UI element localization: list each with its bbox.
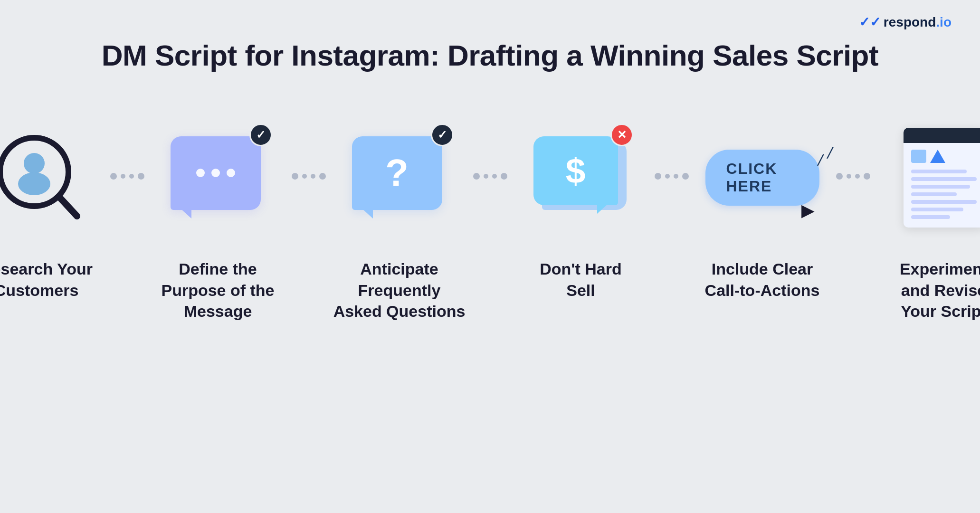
step-no-hard-sell-label: Don't HardSell <box>540 258 621 300</box>
step-research: Research YourCustomers <box>0 121 110 300</box>
magnify-icon <box>0 129 84 226</box>
step-experiment-icon-area: ✓ <box>887 121 980 235</box>
chat-dots-icon <box>171 136 266 219</box>
click-here-icon: CLICK HERE ╱ ╱ ▶ <box>705 130 819 225</box>
step-cta-label: Include ClearCall-to-Actions <box>705 258 820 300</box>
x-badge: ✕ <box>610 124 633 146</box>
logo-check-icon: ✓✓ <box>859 14 881 30</box>
click-here-button-display: CLICK HERE ╱ ╱ <box>705 150 819 206</box>
logo: ✓✓ respond.io <box>859 14 951 30</box>
connector-1 <box>110 121 144 208</box>
connector-5 <box>836 121 870 208</box>
step-experiment-label: Experimentand ReviseYour Script <box>900 258 980 322</box>
page-wrapper: ✓✓ respond.io DM Script for Instagram: D… <box>0 0 980 513</box>
step-research-icon-area <box>0 121 94 235</box>
sparkle-icon-2: ╱ <box>827 147 834 159</box>
connector-2 <box>292 121 326 208</box>
step-define-icon-area: ✓ <box>161 121 275 235</box>
sparkle-icon-1: ╱ <box>818 154 824 166</box>
step-faq-label: AnticipateFrequentlyAsked Questions <box>333 258 466 322</box>
document-icon <box>896 128 980 228</box>
connector-3 <box>473 121 507 208</box>
step-no-hard-sell: $ ✕ Don't HardSell <box>507 121 655 300</box>
main-title: DM Script for Instagram: Drafting a Winn… <box>102 38 878 73</box>
step-faq-icon-area: ? ✓ <box>343 121 457 235</box>
step-cta-icon-area: CLICK HERE ╱ ╱ ▶ <box>705 121 819 235</box>
svg-line-3 <box>59 197 77 216</box>
check-badge: ✓ <box>249 124 272 146</box>
steps-row: Research YourCustomers ✓ <box>29 121 951 322</box>
logo-text: respond.io <box>884 15 951 30</box>
chat-question-icon: ? <box>352 136 447 219</box>
svg-point-2 <box>18 172 50 195</box>
step-define: ✓ Define thePurpose of theMessage <box>144 121 292 322</box>
check-badge-faq: ✓ <box>431 124 454 146</box>
step-define-label: Define thePurpose of theMessage <box>161 258 274 322</box>
step-cta: CLICK HERE ╱ ╱ ▶ Include ClearCall-to-Ac… <box>689 121 836 300</box>
svg-point-1 <box>24 153 45 174</box>
step-experiment: ✓ Experimentand ReviseYour Script <box>870 121 980 322</box>
chat-dollar-icon: $ <box>533 136 628 219</box>
cursor-icon: ▶ <box>801 200 815 220</box>
connector-4 <box>655 121 689 208</box>
step-faq: ? ✓ AnticipateFrequentlyAsked Questions <box>326 121 473 322</box>
step-research-label: Research YourCustomers <box>0 258 93 300</box>
step-dollar-icon-area: $ ✕ <box>524 121 638 235</box>
click-here-text: CLICK HERE <box>726 160 778 195</box>
